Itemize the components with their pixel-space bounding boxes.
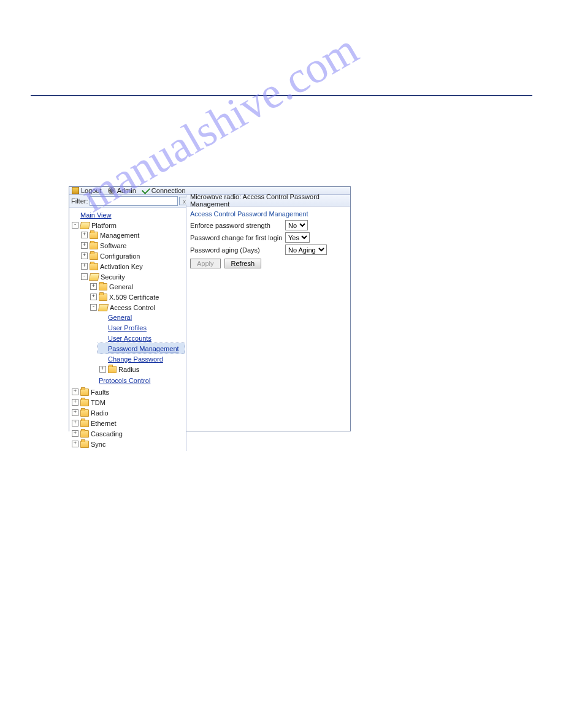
tree-item-ethernet[interactable]: + Ethernet [72,419,185,428]
refresh-button[interactable]: Refresh [224,259,262,268]
collapse-icon[interactable]: - [81,273,88,280]
expand-icon[interactable]: + [72,389,79,395]
folder-icon [90,242,98,249]
breadcrumb: Microwave radio: Access Control Password… [186,195,350,207]
tree-item-main-view[interactable]: Main View [72,210,185,219]
tree-item-sec-general[interactable]: + General [90,282,185,291]
expand-icon[interactable]: + [72,441,79,447]
tree-item-tdm[interactable]: + TDM [72,398,185,407]
tree-item-faults[interactable]: + Faults [72,387,185,396]
tree-item-protocols-control[interactable]: Protocols Control [90,376,185,385]
folder-icon [90,232,98,239]
expand-icon[interactable]: + [72,399,79,406]
expand-icon[interactable]: + [90,294,97,300]
tree-item-user-accounts[interactable]: User Accounts [99,333,185,343]
folder-icon [80,430,89,438]
admin-label: Admin [117,187,136,194]
check-icon [142,186,150,194]
expand-icon[interactable]: + [90,283,97,290]
folder-icon [80,409,89,417]
tree-item-sync[interactable]: + Sync [72,439,185,449]
expand-icon[interactable]: + [81,263,88,270]
folder-icon [80,420,89,427]
tree-item-management[interactable]: + Management [81,230,185,240]
tree-item-security[interactable]: - Security + General [80,271,185,386]
first-login-change-select[interactable]: Yes [285,232,310,243]
filter-label: Filter: [71,197,88,205]
main-panel: Microwave radio: Access Control Password… [186,195,350,451]
nav-tree: Main View - Platform + Manageme [69,208,186,451]
folder-icon [108,366,117,373]
tree-item-radio[interactable]: + Radio [72,408,185,417]
enforce-strength-label: Enforce password strength [190,222,285,229]
admin-button[interactable]: Admin [108,187,136,194]
app-window: Logout Admin Connection Filter: x Main V… [69,186,351,431]
expand-icon[interactable]: + [99,366,106,373]
logout-label: Logout [81,187,102,194]
tree-item-x509[interactable]: + X.509 Certificate [90,292,185,301]
folder-open-icon [89,273,99,281]
field-first-login-change: Password change for first login Yes [190,232,347,243]
tree-item-platform[interactable]: - Platform + Management + [71,220,185,387]
collapse-icon[interactable]: - [90,304,97,311]
collapse-icon[interactable]: - [72,222,79,229]
expand-icon[interactable]: + [72,430,79,437]
connection-button[interactable]: Connection [142,187,186,194]
filter-row: Filter: x [69,195,186,208]
folder-icon [90,252,98,260]
folder-open-icon [98,304,109,311]
logout-button[interactable]: Logout [72,187,102,194]
sidebar: Filter: x Main View - Platform [69,195,186,451]
tree-item-change-password[interactable]: Change Password [99,354,185,363]
tree-item-configuration[interactable]: + Configuration [81,251,185,260]
folder-icon [80,389,89,396]
logout-icon [72,187,79,194]
password-aging-select[interactable]: No Aging [285,245,327,255]
document-divider [31,95,532,96]
password-aging-label: Password aging (Days) [190,246,285,254]
folder-icon [99,283,107,290]
tree-item-ac-general[interactable]: General [99,313,185,322]
apply-button[interactable]: Apply [190,259,221,268]
tree-item-cascading[interactable]: + Cascading [72,429,185,438]
expand-icon[interactable]: + [72,420,79,427]
tree-item-activation-key[interactable]: + Activation Key [81,262,185,271]
tree-item-user-profiles[interactable]: User Profiles [99,323,185,332]
folder-icon [99,294,107,301]
expand-icon[interactable]: + [81,232,88,238]
tree-item-password-management[interactable]: Password Management [99,344,185,353]
enforce-strength-select[interactable]: No [285,220,308,230]
section-title: Access Control Password Management [190,210,347,218]
admin-icon [108,187,115,194]
expand-icon[interactable]: + [81,252,88,259]
folder-icon [80,441,89,448]
tree-item-access-control[interactable]: - Access Control General [89,302,185,375]
expand-icon[interactable]: + [72,409,79,416]
filter-input[interactable] [90,196,178,206]
field-enforce-strength: Enforce password strength No [190,220,347,230]
tree-item-software[interactable]: + Software [81,241,185,250]
folder-open-icon [80,222,90,229]
first-login-change-label: Password change for first login [190,234,285,241]
folder-icon [80,399,89,406]
main-view-link[interactable]: Main View [80,211,112,219]
connection-label: Connection [151,187,186,194]
folder-icon [90,263,98,270]
tree-item-radius[interactable]: + Radius [99,365,185,374]
expand-icon[interactable]: + [81,242,88,249]
field-password-aging: Password aging (Days) No Aging [190,245,347,255]
